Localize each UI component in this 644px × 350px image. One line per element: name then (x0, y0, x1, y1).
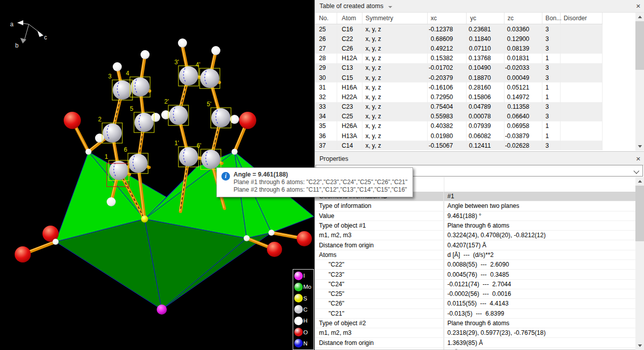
atom-table-row[interactable]: 26 C22 x, y, z 0.68609 0.11840 0.12900 3 (315, 34, 603, 43)
column-header-yc[interactable]: yc (467, 13, 504, 24)
atom-table-row[interactable]: 32 H22A x, y, z 0.72950 0.15806 0.14972 … (315, 92, 603, 102)
hydrogen-atom[interactable] (178, 38, 187, 48)
element-color-swatch (294, 272, 303, 280)
property-row[interactable]: m1, m2, m3 0.3224(24), 0.4708(20), -0.82… (315, 231, 635, 240)
iodine-atom[interactable] (157, 304, 167, 315)
application-window: 1234561'2'3'4'5'6' a b c I Mo (0, 0, 644, 350)
property-row[interactable]: "C25" -0.0002(56) --- 0.0016 (315, 289, 635, 299)
chevron-down-icon[interactable] (633, 168, 639, 173)
oxygen-atom[interactable] (15, 246, 31, 262)
oxygen-atom[interactable] (64, 112, 81, 129)
atoms-panel-close-button[interactable]: × (636, 2, 640, 11)
element-symbol-label: I (303, 273, 305, 279)
hydrogen-atom[interactable] (151, 113, 160, 122)
atom-number-label: 3 (108, 73, 112, 80)
hydrogen-atom[interactable] (230, 115, 239, 124)
carbon-atom[interactable] (211, 108, 231, 127)
tooltip-title: Angle = 9.461(188) (234, 171, 407, 179)
scroll-down-icon[interactable] (635, 341, 644, 350)
scrollbar-thumb[interactable] (635, 186, 644, 241)
vertex-atom[interactable] (232, 149, 238, 155)
carbon-atom[interactable] (128, 154, 148, 173)
properties-panel-close-button[interactable]: × (636, 154, 640, 163)
element-color-swatch (294, 328, 303, 336)
atoms-table-scrollbar[interactable] (635, 13, 644, 151)
carbon-atom[interactable] (113, 80, 132, 100)
atom-table-row[interactable]: 31 H16A x, y, z -0.16106 0.28160 0.05121… (315, 82, 603, 92)
atom-table-row[interactable]: 33 C23 x, y, z 0.75404 0.04789 0.11358 3 (315, 102, 603, 112)
hydrogen-atom[interactable] (141, 50, 150, 59)
property-row[interactable]: "C24" -0.0121(74) --- 2.7044 (315, 280, 635, 289)
column-header-disorder[interactable]: Disorder (561, 13, 603, 24)
atom-table-row[interactable]: 29 C13 x, y, z -0.01702 0.10490 -0.02033… (315, 63, 603, 73)
carbon-atom[interactable] (130, 77, 150, 97)
column-header-symmetry[interactable]: Symmetry (362, 13, 428, 24)
oxygen-atom[interactable] (297, 231, 312, 246)
property-row[interactable]: "C21" -0.013(5) --- 6.8399 (315, 309, 635, 319)
panel-menu-caret-icon[interactable] (388, 6, 392, 8)
carbon-atom[interactable] (109, 161, 128, 180)
vertex-atom[interactable] (268, 230, 274, 236)
carbon-atom[interactable] (179, 66, 198, 85)
column-header-no[interactable]: No. (315, 13, 337, 24)
hydrogen-atom[interactable] (161, 110, 170, 119)
property-row[interactable]: Value 9.461(188) ° (315, 211, 635, 221)
vertex-atom[interactable] (85, 149, 91, 155)
carbon-atom[interactable] (103, 123, 122, 143)
atom-number-label: 4' (196, 61, 200, 68)
oxygen-atom[interactable] (267, 242, 282, 257)
legend-item: O (294, 327, 313, 337)
carbon-atom[interactable] (179, 147, 198, 166)
legend-item: I (294, 271, 313, 281)
carbon-atom[interactable] (200, 69, 219, 88)
atoms-table-header: No. Atom Symmetry xc yc zc Bon... Disord… (315, 13, 603, 24)
property-row[interactable]: Distance from origin 0.4207(157) Å (315, 240, 635, 250)
sulfur-atom[interactable] (141, 215, 148, 223)
property-row[interactable]: Type of object #2 Plane through 6 atoms (315, 319, 635, 328)
property-row[interactable]: Atoms d [Å] --- (d/s)**2 (315, 250, 635, 260)
axis-b-label: b (15, 42, 19, 49)
property-row[interactable]: "C23" 0.0045(76) --- 0.3485 (315, 270, 635, 279)
hydrogen-atom[interactable] (113, 62, 122, 71)
atom-table-row[interactable]: 28 H12A x, y, z 0.15382 0.13768 0.01831 … (315, 54, 603, 63)
atom-table-row[interactable]: 27 C26 x, y, z 0.49212 0.07110 0.08139 3 (315, 43, 603, 53)
hydrogen-atom[interactable] (107, 197, 116, 206)
scroll-up-icon[interactable] (635, 177, 644, 186)
carbon-atom[interactable] (201, 150, 220, 169)
property-row[interactable]: "C26" 0.0115(55) --- 4.4143 (315, 299, 635, 309)
column-header-bonds[interactable]: Bon... (542, 13, 561, 24)
scroll-down-icon[interactable] (635, 142, 644, 151)
element-legend: I Mo S C H O N (293, 269, 314, 350)
property-row[interactable]: Distance from origin 1.3639(85) Å (315, 338, 635, 347)
vertex-atom[interactable] (53, 239, 59, 245)
carbon-atom[interactable] (169, 106, 188, 125)
atom-table-row[interactable]: 37 C14 x, y, z -0.15067 0.12411 -0.02628… (315, 141, 603, 150)
properties-scrollbar[interactable] (635, 177, 644, 350)
atom-table-row[interactable]: 25 C16 x, y, z -0.12378 0.23681 0.03360 … (315, 24, 603, 34)
vertex-atom[interactable] (244, 235, 250, 241)
atom-table-row[interactable]: 35 H26A x, y, z 0.40382 0.07939 0.06958 … (315, 121, 603, 131)
hydrogen-atom[interactable] (95, 134, 104, 143)
carbon-atom[interactable] (134, 113, 154, 132)
property-row[interactable]: m1, m2, m3 0.2318(29), 0.5977(23), -0.76… (315, 328, 635, 338)
atom-number-label: 2 (98, 116, 102, 123)
properties-panel-title: Properties (319, 155, 348, 162)
property-row[interactable]: "C22" 0.0088(55) --- 2.6090 (315, 260, 635, 270)
column-header-zc[interactable]: zc (504, 13, 542, 24)
legend-item: S (294, 293, 313, 303)
oxygen-atom[interactable] (239, 112, 256, 129)
atom-table-row[interactable]: 30 C15 x, y, z -0.20379 0.18870 0.00049 … (315, 73, 603, 82)
atom-table-row[interactable]: 36 H13A x, y, z 0.01980 0.06082 -0.03879… (315, 131, 603, 141)
properties-panel-titlebar: Properties × (315, 153, 644, 165)
column-header-xc[interactable]: xc (428, 13, 467, 24)
column-header-atom[interactable]: Atom (337, 13, 362, 24)
scrollbar-thumb[interactable] (635, 21, 644, 70)
scroll-up-icon[interactable] (635, 13, 644, 21)
property-row[interactable]: Type of information Angle between two pl… (315, 201, 635, 211)
property-row[interactable]: Type of object #1 Plane through 6 atoms (315, 221, 635, 231)
legend-item: H (294, 316, 313, 326)
element-symbol-label: H (303, 318, 307, 324)
property-row[interactable]: Atoms d [Å] --- (d/s)**2 (315, 348, 635, 349)
hydrogen-atom[interactable] (211, 46, 220, 55)
atom-table-row[interactable]: 34 C25 x, y, z 0.55983 0.00078 0.06640 3 (315, 112, 603, 121)
